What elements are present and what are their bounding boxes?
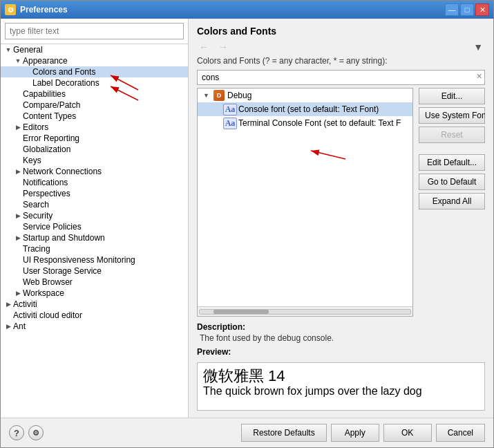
- window-icon: ⚙: [5, 4, 16, 15]
- minimize-button[interactable]: —: [445, 3, 459, 16]
- tree-item-ant[interactable]: Ant: [1, 321, 188, 332]
- font-label-debug: Debug: [227, 91, 251, 100]
- tree-label-notifications: Notifications: [23, 178, 68, 187]
- tree-label-general: General: [13, 45, 43, 55]
- tree-item-user-storage[interactable]: User Storage Service: [1, 265, 188, 277]
- settings-button[interactable]: ⚙: [28, 425, 44, 440]
- font-icon-terminal-font: Aa: [224, 118, 236, 129]
- tree-item-web-browser[interactable]: Web Browser: [1, 277, 188, 288]
- font-icon-console-font: Aa: [224, 104, 236, 115]
- font-arrow-debug: ▼: [203, 92, 213, 99]
- bottom-left-buttons: ? ⚙: [9, 425, 44, 440]
- tree-label-globalization: Globalization: [23, 144, 70, 154]
- preview-wrapper: Preview: 微软雅黑 14 The quick brown fox jum…: [197, 347, 485, 411]
- close-button[interactable]: ✕: [475, 3, 489, 16]
- tree-arrow-activiti-cloud: [3, 310, 13, 320]
- tree-item-capabilities[interactable]: Capabilities: [1, 88, 188, 100]
- tree-arrow-ui-responsiveness: [13, 255, 23, 265]
- tree-arrow-network-connections: [13, 167, 23, 176]
- tree-item-general[interactable]: General: [1, 44, 188, 55]
- tree-item-search[interactable]: Search: [1, 199, 188, 210]
- tree-label-workspace: Workspace: [23, 288, 64, 298]
- tree-item-activiti-cloud[interactable]: Activiti cloud editor: [1, 310, 188, 321]
- font-filter-input[interactable]: [197, 70, 485, 85]
- tree-item-compare-patch[interactable]: Compare/Patch: [1, 100, 188, 111]
- tree-label-ui-responsiveness: UI Responsiveness Monitoring: [23, 255, 135, 265]
- tree-label-tracing: Tracing: [23, 244, 50, 254]
- tree-item-content-types[interactable]: Content Types: [1, 111, 188, 122]
- description-section: Description: The font used by the debug …: [197, 322, 485, 343]
- panel-title: Colors and Fonts: [197, 26, 485, 37]
- font-list-area: ▼DDebugAaConsole font (set to default: T…: [197, 88, 413, 317]
- main-content-area: GeneralAppearanceColors and FontsLabel D…: [1, 19, 493, 418]
- tree-item-perspectives[interactable]: Perspectives: [1, 188, 188, 199]
- restore-defaults-button[interactable]: Restore Defaults: [241, 424, 326, 442]
- tree-item-appearance[interactable]: Appearance: [1, 55, 188, 66]
- tree-item-startup-shutdown[interactable]: Startup and Shutdown: [1, 232, 188, 243]
- tree-arrow-ant: [3, 321, 13, 331]
- maximize-button[interactable]: □: [460, 3, 474, 16]
- expand-all-button[interactable]: Expand All: [419, 193, 485, 209]
- nav-forward-button[interactable]: →: [216, 41, 230, 53]
- tree-arrow-notifications: [13, 178, 23, 187]
- bottom-right-buttons: Restore Defaults Apply OK Cancel: [241, 424, 485, 442]
- tree-item-label-decorations[interactable]: Label Decorations: [1, 77, 188, 88]
- tree-arrow-capabilities: [13, 89, 23, 99]
- tree-arrow-compare-patch: [13, 100, 23, 110]
- description-label: Description:: [197, 322, 485, 332]
- tree-arrow-startup-shutdown: [13, 233, 23, 243]
- reset-button[interactable]: Reset: [419, 127, 485, 143]
- tree-arrow-workspace: [13, 288, 23, 298]
- tree-arrow-service-policies: [13, 222, 23, 232]
- edit-button[interactable]: Edit...: [419, 88, 485, 104]
- tree-label-keys: Keys: [23, 156, 41, 165]
- font-content: ▼DDebugAaConsole font (set to default: T…: [197, 88, 485, 317]
- font-item-console-font[interactable]: AaConsole font (set to default: Text Fon…: [198, 102, 412, 116]
- cancel-button[interactable]: Cancel: [436, 424, 485, 442]
- nav-back-button[interactable]: ←: [197, 41, 211, 53]
- preview-section: 微软雅黑 14 The quick brown fox jumps over t…: [197, 362, 485, 411]
- tree-item-globalization[interactable]: Globalization: [1, 144, 188, 155]
- tree-item-network-connections[interactable]: Network Connections: [1, 166, 188, 177]
- tree-item-keys[interactable]: Keys: [1, 155, 188, 166]
- tree-arrow-user-storage: [13, 266, 23, 276]
- tree-arrow-perspectives: [13, 189, 23, 198]
- tree-label-service-policies: Service Policies: [23, 222, 82, 232]
- tree-arrow-keys: [13, 156, 23, 165]
- ok-button[interactable]: OK: [383, 424, 432, 442]
- description-text: The font used by the debug console.: [197, 333, 485, 343]
- help-button[interactable]: ?: [9, 425, 24, 440]
- font-label-terminal-font: Terminal Console Font (set to default: T…: [238, 118, 401, 128]
- preview-chinese-text: 微软雅黑 14: [203, 367, 479, 385]
- tree-label-startup-shutdown: Startup and Shutdown: [23, 233, 105, 243]
- tree-item-security[interactable]: Security: [1, 210, 188, 221]
- filter-clear-icon[interactable]: ✕: [476, 72, 482, 81]
- tree-item-colors-fonts[interactable]: Colors and Fonts: [1, 66, 188, 77]
- go-to-default-button[interactable]: Go to Default: [419, 174, 485, 190]
- font-item-terminal-font[interactable]: AaTerminal Console Font (set to default:…: [198, 116, 412, 130]
- tree-item-activiti[interactable]: Activiti: [1, 299, 188, 310]
- tree-label-user-storage: User Storage Service: [23, 266, 102, 276]
- tree-item-tracing[interactable]: Tracing: [1, 243, 188, 254]
- panel-menu-button[interactable]: ▼: [471, 41, 485, 53]
- use-system-font-button[interactable]: Use System Font: [419, 107, 485, 124]
- filter-input[interactable]: [5, 23, 184, 39]
- tree-arrow-general: [3, 45, 13, 55]
- font-item-debug[interactable]: ▼DDebug: [198, 88, 412, 102]
- tree-label-label-decorations: Label Decorations: [32, 78, 99, 88]
- titlebar-controls: — □ ✕: [445, 3, 489, 16]
- tree-item-ui-responsiveness[interactable]: UI Responsiveness Monitoring: [1, 254, 188, 265]
- window-title: Preferences: [20, 5, 445, 15]
- edit-default-button[interactable]: Edit Default...: [419, 154, 485, 171]
- tree-item-error-reporting[interactable]: Error Reporting: [1, 133, 188, 144]
- tree-label-web-browser: Web Browser: [23, 277, 73, 287]
- tree-item-workspace[interactable]: Workspace: [1, 288, 188, 299]
- font-list-hscroll: [198, 306, 412, 316]
- tree-item-service-policies[interactable]: Service Policies: [1, 221, 188, 232]
- right-panel: Colors and Fonts ← → ▼ Colors and Fonts …: [189, 19, 493, 418]
- apply-button[interactable]: Apply: [331, 424, 379, 442]
- font-icon-debug: D: [213, 90, 225, 101]
- hscroll-thumb: [213, 310, 269, 314]
- tree-item-editors[interactable]: Editors: [1, 122, 188, 133]
- tree-item-notifications[interactable]: Notifications: [1, 177, 188, 188]
